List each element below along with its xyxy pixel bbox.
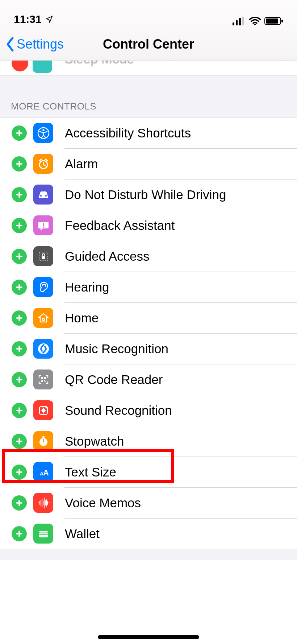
back-button[interactable]: Settings	[5, 28, 64, 60]
partial-row-label: Sleep Mode	[64, 61, 134, 67]
control-row-waveform[interactable]: Voice Memos	[0, 487, 297, 518]
qr-code-icon	[33, 370, 53, 389]
remove-button[interactable]	[12, 61, 28, 71]
guided-access-lock-icon	[33, 246, 53, 266]
add-button[interactable]	[12, 495, 27, 511]
control-row-label: Wallet	[65, 527, 297, 541]
status-time: 11:31	[14, 13, 42, 25]
add-button[interactable]	[12, 434, 27, 449]
status-left: 11:31	[14, 13, 53, 25]
control-row-label: Music Recognition	[65, 342, 297, 356]
control-row-sound-recognition[interactable]: Sound Recognition	[0, 395, 297, 426]
control-row-label: Text Size	[65, 465, 297, 479]
status-bar: 11:31	[0, 0, 297, 28]
bottom-gap	[0, 549, 297, 560]
svg-point-4	[254, 24, 256, 25]
control-row-car[interactable]: Do Not Disturb While Driving	[0, 179, 297, 210]
ear-icon	[33, 277, 53, 297]
svg-rect-2	[239, 18, 241, 25]
home-indicator[interactable]	[0, 635, 297, 639]
add-button[interactable]	[12, 310, 27, 326]
add-button[interactable]	[12, 218, 27, 233]
car-icon	[33, 185, 53, 205]
add-button[interactable]	[12, 341, 27, 356]
status-right	[233, 17, 283, 25]
add-button[interactable]	[12, 526, 27, 541]
stopwatch-icon	[33, 431, 53, 451]
add-button[interactable]	[12, 403, 27, 418]
wallet-icon	[33, 524, 53, 544]
cellular-signal-icon	[233, 17, 246, 25]
wifi-icon	[249, 17, 261, 25]
control-row-ear[interactable]: Hearing	[0, 272, 297, 302]
alarm-clock-icon	[33, 154, 53, 174]
control-row-label: Sound Recognition	[65, 403, 297, 418]
sleep-mode-icon	[33, 61, 52, 73]
control-row-label: Stopwatch	[65, 434, 297, 449]
control-row-guided-access-lock[interactable]: Guided Access	[0, 241, 297, 272]
text-size-icon	[33, 462, 53, 482]
control-row-label: Do Not Disturb While Driving	[65, 187, 297, 202]
add-button[interactable]	[12, 156, 27, 172]
accessibility-icon	[33, 123, 53, 143]
nav-bar: Settings Control Center	[0, 28, 297, 61]
control-row-wallet[interactable]: Wallet	[0, 518, 297, 549]
home-icon	[33, 308, 53, 328]
section-gap	[0, 75, 297, 86]
control-row-text-size[interactable]: Text Size	[0, 457, 297, 487]
svg-rect-7	[281, 20, 283, 22]
svg-rect-0	[233, 22, 234, 25]
control-row-label: Voice Memos	[65, 496, 297, 510]
svg-rect-1	[236, 20, 238, 25]
battery-icon	[264, 17, 283, 25]
control-row-shazam[interactable]: Music Recognition	[0, 333, 297, 364]
feedback-bubble-icon	[33, 215, 53, 235]
control-row-label: Hearing	[65, 280, 297, 294]
control-row-label: Alarm	[65, 157, 297, 171]
sound-recognition-icon	[33, 400, 53, 420]
control-row-stopwatch[interactable]: Stopwatch	[0, 426, 297, 457]
control-row-label: Home	[65, 311, 297, 325]
control-row-feedback-bubble[interactable]: Feedback Assistant	[0, 210, 297, 241]
add-button[interactable]	[12, 280, 27, 295]
section-header-more-controls: MORE CONTROLS	[0, 86, 297, 117]
svg-rect-6	[266, 18, 278, 24]
control-row-qr-code[interactable]: QR Code Reader	[0, 364, 297, 395]
add-button[interactable]	[12, 465, 27, 480]
add-button[interactable]	[12, 125, 27, 141]
shazam-icon	[33, 339, 53, 359]
add-button[interactable]	[12, 187, 27, 202]
control-row-accessibility[interactable]: Accessibility Shortcuts	[0, 117, 297, 148]
control-row-label: Accessibility Shortcuts	[65, 126, 297, 140]
back-label: Settings	[17, 37, 64, 52]
control-row-label: Feedback Assistant	[65, 218, 297, 233]
more-controls-list: Accessibility ShortcutsAlarmDo Not Distu…	[0, 117, 297, 549]
location-arrow-icon	[45, 15, 53, 23]
partial-row-sleep-mode[interactable]: Sleep Mode	[0, 61, 297, 75]
control-row-label: Guided Access	[65, 249, 297, 264]
control-row-label: QR Code Reader	[65, 372, 297, 387]
add-button[interactable]	[12, 372, 27, 387]
add-button[interactable]	[12, 249, 27, 264]
waveform-icon	[33, 493, 53, 513]
control-row-alarm-clock[interactable]: Alarm	[0, 148, 297, 179]
svg-rect-3	[242, 17, 244, 25]
control-row-home[interactable]: Home	[0, 302, 297, 333]
